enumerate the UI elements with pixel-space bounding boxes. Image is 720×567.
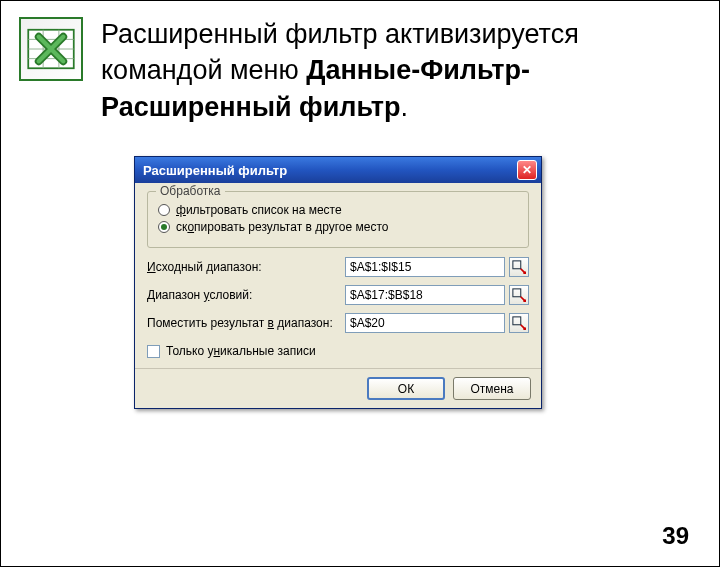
radio-icon xyxy=(158,221,170,233)
range-select-icon xyxy=(512,288,526,302)
svg-rect-7 xyxy=(513,289,521,297)
dialog-body: Обработка фильтровать список на месте ск… xyxy=(135,183,541,368)
slide-number: 39 xyxy=(662,522,689,550)
action-groupbox: Обработка фильтровать список на месте ск… xyxy=(147,191,529,248)
unique-records-label: Только уникальные записи xyxy=(166,344,316,358)
dialog-titlebar[interactable]: Расширенный фильтр ✕ xyxy=(135,157,541,183)
cancel-button[interactable]: Отмена xyxy=(453,377,531,400)
excel-app-icon xyxy=(19,17,83,81)
list-range-label: Исходный диапазон: xyxy=(147,260,345,274)
unique-records-checkbox[interactable]: Только уникальные записи xyxy=(147,344,529,358)
copy-to-picker-button[interactable] xyxy=(509,313,529,333)
copy-to-label: Поместить результат в диапазон: xyxy=(147,316,345,330)
criteria-range-input[interactable] xyxy=(345,285,505,305)
close-icon: ✕ xyxy=(522,163,532,177)
criteria-range-picker-button[interactable] xyxy=(509,285,529,305)
radio1-label: фильтровать список на месте xyxy=(176,203,342,217)
criteria-range-label: Диапазон условий: xyxy=(147,288,345,302)
dialog-button-row: ОК Отмена xyxy=(135,368,541,408)
ok-button[interactable]: ОК xyxy=(367,377,445,400)
svg-rect-6 xyxy=(513,261,521,269)
svg-rect-8 xyxy=(513,317,521,325)
group-legend: Обработка xyxy=(156,184,225,198)
close-button[interactable]: ✕ xyxy=(517,160,537,180)
copy-to-input[interactable] xyxy=(345,313,505,333)
radio-icon xyxy=(158,204,170,216)
list-range-input[interactable] xyxy=(345,257,505,277)
copy-to-row: Поместить результат в диапазон: xyxy=(147,312,529,334)
radio-copy-to-location[interactable]: скопировать результат в другое место xyxy=(158,220,518,234)
radio-filter-in-place[interactable]: фильтровать список на месте xyxy=(158,203,518,217)
slide-caption: Расширенный фильтр активизируется команд… xyxy=(101,16,679,125)
criteria-range-row: Диапазон условий: xyxy=(147,284,529,306)
range-select-icon xyxy=(512,260,526,274)
advanced-filter-dialog: Расширенный фильтр ✕ Обработка фильтрова… xyxy=(134,156,542,409)
caption-end: . xyxy=(400,92,408,122)
list-range-picker-button[interactable] xyxy=(509,257,529,277)
list-range-row: Исходный диапазон: xyxy=(147,256,529,278)
range-select-icon xyxy=(512,316,526,330)
dialog-title: Расширенный фильтр xyxy=(143,163,517,178)
checkbox-icon xyxy=(147,345,160,358)
radio2-label: скопировать результат в другое место xyxy=(176,220,388,234)
